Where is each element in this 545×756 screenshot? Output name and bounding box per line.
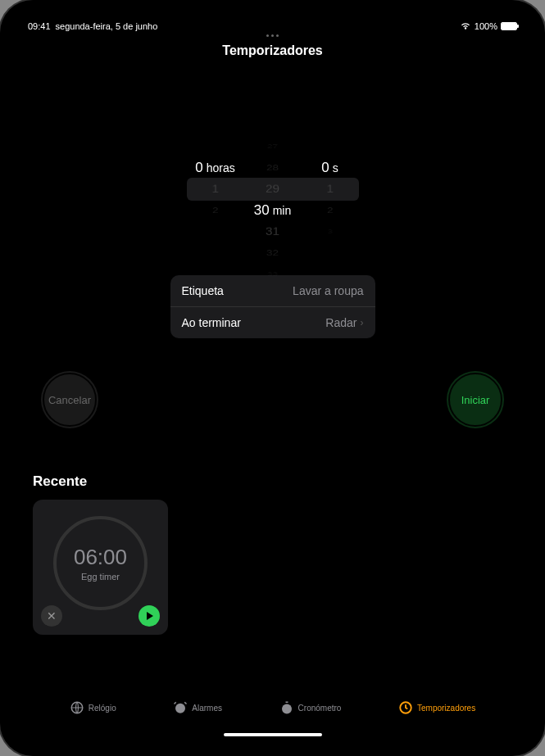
stopwatch-icon [279, 700, 294, 715]
time-picker[interactable]: 0 horas 1 2 27 28 29 30 min 31 32 [16, 136, 529, 242]
label-row[interactable]: Etiqueta Lavar a roupa [170, 275, 375, 307]
svg-point-1 [175, 704, 185, 713]
tab-stopwatch[interactable]: Cronómetro [279, 700, 342, 715]
timer-dial: 06:00 Egg timer [53, 516, 148, 610]
wifi-icon [460, 22, 471, 30]
close-icon: ✕ [47, 609, 57, 622]
label-key: Etiqueta [182, 284, 224, 297]
screen: 09:41 segunda-feira, 5 de junho 100% Tem… [16, 16, 529, 740]
ipad-frame: 09:41 segunda-feira, 5 de junho 100% Tem… [0, 0, 545, 756]
chevron-right-icon: › [361, 317, 364, 328]
delete-recent-button[interactable]: ✕ [41, 605, 62, 627]
status-date: segunda-feira, 5 de junho [56, 21, 158, 31]
multitask-dots[interactable] [16, 34, 529, 37]
home-indicator[interactable] [224, 733, 322, 736]
recent-timer-card[interactable]: 06:00 Egg timer ✕ [33, 500, 168, 635]
end-key: Ao terminar [182, 316, 241, 329]
end-sound-row[interactable]: Ao terminar Radar › [170, 307, 375, 338]
tab-timers[interactable]: Temporizadores [398, 700, 475, 715]
start-button[interactable]: Iniciar [447, 371, 504, 428]
end-value: Radar [325, 316, 357, 329]
status-bar: 09:41 segunda-feira, 5 de junho 100% [16, 16, 529, 33]
svg-point-2 [282, 704, 292, 714]
timer-settings: Etiqueta Lavar a roupa Ao terminar Radar… [170, 275, 375, 338]
battery-icon [501, 22, 517, 30]
tab-clock[interactable]: Relógio [70, 700, 116, 715]
cancel-button[interactable]: Cancelar [41, 371, 98, 428]
seconds-picker[interactable]: 0 s 1 2 3 [302, 136, 359, 242]
play-recent-button[interactable] [139, 605, 160, 627]
battery-percent: 100% [475, 21, 497, 31]
tab-alarms[interactable]: Alarmes [173, 700, 222, 715]
svg-rect-3 [285, 702, 288, 704]
recent-label: Egg timer [81, 572, 120, 582]
minutes-picker[interactable]: 27 28 29 30 min 31 32 33 [244, 136, 302, 242]
alarm-icon [173, 700, 188, 715]
recent-time: 06:00 [74, 545, 127, 570]
label-value: Lavar a roupa [293, 284, 363, 297]
tab-bar: Relógio Alarmes Cronómetro Temporizadore… [16, 694, 529, 730]
page-title: Temporizadores [16, 43, 529, 58]
recent-title: Recente [33, 473, 512, 490]
globe-icon [70, 700, 84, 715]
status-time: 09:41 [28, 21, 51, 31]
hours-picker[interactable]: 0 horas 1 2 [187, 136, 244, 242]
timer-icon [398, 700, 413, 715]
recent-section: Recente 06:00 Egg timer ✕ [16, 473, 529, 635]
play-icon [147, 612, 153, 620]
